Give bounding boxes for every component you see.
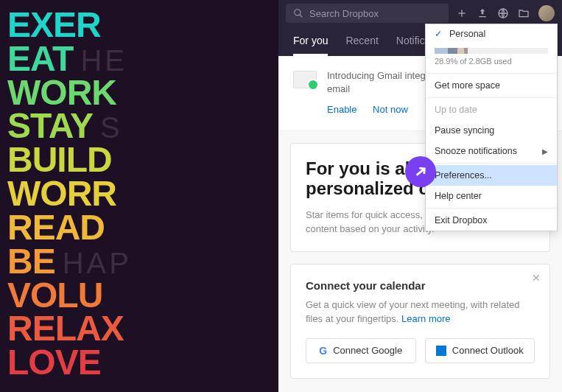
search-input[interactable] <box>309 8 441 19</box>
folder-icon[interactable] <box>518 7 530 19</box>
topbar <box>278 0 562 27</box>
usage-segment <box>457 48 464 54</box>
usage-segment <box>448 48 457 54</box>
sync-status-item: Up to date <box>426 99 557 120</box>
outlook-icon <box>436 346 446 356</box>
calendar-desc: Get a quick view of your next meeting, w… <box>306 298 535 326</box>
search-icon <box>293 8 303 18</box>
not-now-link[interactable]: Not now <box>373 104 408 115</box>
annotation-pointer: ➜ <box>405 156 442 193</box>
learn-more-link[interactable]: Learn more <box>401 313 450 324</box>
usage-segment <box>464 48 468 54</box>
connect-outlook-button[interactable]: Connect Outlook <box>425 338 535 363</box>
connect-google-button[interactable]: G Connect Google <box>306 338 416 363</box>
preferences-item[interactable]: Preferences... <box>426 165 557 186</box>
snooze-notifications-item[interactable]: Snooze notifications ▶ <box>426 141 557 161</box>
svg-line-1 <box>300 15 303 18</box>
enable-link[interactable]: Enable <box>327 104 356 115</box>
exit-dropbox-item[interactable]: Exit Dropbox <box>426 210 557 231</box>
help-center-item[interactable]: Help center <box>426 186 557 206</box>
tab-recent[interactable]: Recent <box>345 35 378 56</box>
pause-syncing-item[interactable]: Pause syncing <box>426 120 557 141</box>
account-dropdown: ✓ Personal 28.9% of 2.8GB used Get more … <box>425 24 558 231</box>
svg-point-0 <box>295 10 301 15</box>
google-icon: G <box>319 345 327 357</box>
chevron-right-icon: ▶ <box>542 147 548 155</box>
envelope-icon <box>293 71 317 88</box>
add-icon[interactable] <box>456 7 468 19</box>
check-icon: ✓ <box>435 29 443 39</box>
wallpaper-line: LOVE <box>7 343 271 382</box>
topbar-actions <box>456 5 555 21</box>
tab-for-you[interactable]: For you <box>293 35 328 56</box>
usage-bar <box>435 48 548 54</box>
desktop-wallpaper: EXEREATHEWORKSTAYSBUILDWORRREADBEHAPVOLU… <box>0 0 278 392</box>
calendar-title: Connect your calendar <box>306 279 535 292</box>
account-name: Personal <box>449 29 485 39</box>
upload-icon[interactable] <box>477 7 488 19</box>
usage-text: 28.9% of 2.8GB used <box>426 57 557 71</box>
avatar[interactable] <box>538 5 555 21</box>
dropbox-panel: For youRecentNotifications Introducing G… <box>278 0 562 392</box>
wallpaper-line: BEHAP <box>7 242 271 281</box>
account-row[interactable]: ✓ Personal <box>426 24 557 43</box>
search-container[interactable] <box>286 4 449 23</box>
usage-segment <box>435 48 448 54</box>
globe-icon[interactable] <box>497 7 509 19</box>
calendar-card: ✕ Connect your calendar Get a quick view… <box>290 264 550 379</box>
get-more-space-item[interactable]: Get more space <box>426 75 557 96</box>
wallpaper-line: EATHE <box>7 40 271 78</box>
close-icon[interactable]: ✕ <box>530 272 542 284</box>
